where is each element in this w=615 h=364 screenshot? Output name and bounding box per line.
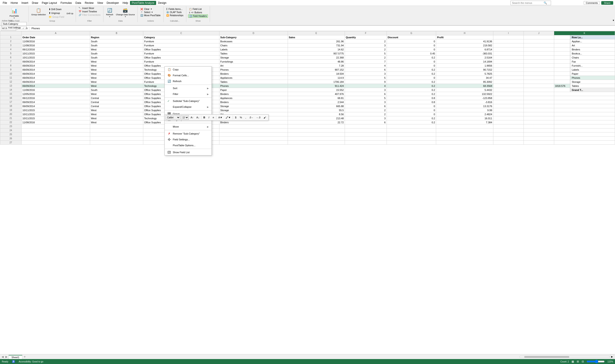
cell[interactable]: 2 bbox=[345, 112, 387, 116]
cell[interactable]: 0.2 bbox=[387, 116, 436, 120]
increase-decimal-button[interactable]: .0→ bbox=[248, 116, 254, 119]
cell[interactable]: 06/09/2014 bbox=[21, 72, 90, 76]
cell[interactable]: 68.81 bbox=[288, 96, 345, 100]
cell[interactable]: 10/11/2015 bbox=[21, 112, 90, 116]
col-header-D[interactable]: D bbox=[219, 31, 288, 35]
cell[interactable]: West bbox=[90, 68, 143, 72]
menu-item-data[interactable]: Data bbox=[74, 1, 83, 5]
cell[interactable]: 114.9 bbox=[288, 76, 345, 80]
font-size-select[interactable]: 11 bbox=[181, 115, 189, 120]
cell[interactable]: 5.4432 bbox=[436, 88, 493, 92]
ctx-move[interactable]: Move ▶ bbox=[165, 124, 211, 130]
cell[interactable]: South bbox=[90, 56, 143, 60]
cell[interactable]: Storage bbox=[219, 108, 288, 112]
cell[interactable]: 7 bbox=[345, 60, 387, 64]
cell[interactable]: 11/08/2016 bbox=[21, 43, 90, 48]
ctx-remove[interactable]: ✗ Remove "Sub-Category" bbox=[165, 131, 211, 137]
cell[interactable]: West bbox=[90, 76, 143, 80]
cell[interactable]: 0 bbox=[387, 39, 436, 43]
bold-format-button[interactable]: B bbox=[202, 116, 207, 119]
field-list-button[interactable]: 📋Field List bbox=[188, 8, 208, 11]
cell[interactable]: West bbox=[90, 92, 143, 96]
increase-font-button[interactable]: A↑ bbox=[189, 116, 195, 119]
cell[interactable]: Storage bbox=[219, 56, 288, 60]
cell[interactable]: 06/12/2016 bbox=[21, 48, 90, 52]
cell[interactable]: 6 bbox=[345, 92, 387, 96]
group-field-button[interactable]: 📁 Group Field bbox=[48, 15, 65, 19]
menu-item-review[interactable]: Review bbox=[83, 1, 95, 5]
cell[interactable]: Binders bbox=[219, 100, 288, 104]
cell[interactable]: 06/09/2014 bbox=[21, 84, 90, 88]
move-pivottable-button[interactable]: ➡️Move PivotTable bbox=[140, 14, 161, 17]
cell[interactable]: 5 bbox=[345, 96, 387, 100]
ctx-pivottable-options[interactable]: PivotTable Options... bbox=[165, 143, 211, 148]
cell[interactable]: 06/09/2014 bbox=[21, 104, 90, 108]
cell[interactable]: 12/05/2016 bbox=[21, 92, 90, 96]
menu-item-draw[interactable]: Draw bbox=[30, 1, 40, 5]
menu-item-insert[interactable]: Insert bbox=[20, 1, 30, 5]
ribbon-group-selection-button[interactable]: 📋 Group Selection bbox=[30, 7, 47, 16]
menu-item-home[interactable]: Home bbox=[9, 1, 20, 5]
cell[interactable]: 2 bbox=[345, 39, 387, 43]
cell[interactable]: Central bbox=[90, 104, 143, 108]
cell[interactable]: 2.4824 bbox=[436, 112, 493, 116]
view-layout-icon[interactable]: ⊞ bbox=[577, 360, 579, 363]
cell[interactable]: Storage bbox=[219, 104, 288, 108]
drill-down-button[interactable]: ⬇ Drill Down bbox=[48, 8, 65, 11]
cell[interactable]: 2 bbox=[345, 56, 387, 60]
cell[interactable]: 6 bbox=[345, 104, 387, 108]
cell[interactable]: Binders bbox=[219, 72, 288, 76]
cell[interactable]: 4 bbox=[345, 64, 387, 68]
col-header-G[interactable]: G bbox=[387, 31, 436, 35]
cell[interactable]: West bbox=[90, 112, 143, 116]
decrease-decimal-button[interactable]: ←.0 bbox=[255, 116, 262, 119]
cell[interactable]: Central bbox=[90, 100, 143, 104]
insert-slicer-button[interactable]: 🔪Insert Slicer bbox=[78, 7, 101, 10]
field-settings-button[interactable]: Field Settings bbox=[2, 26, 27, 29]
percent-button[interactable]: % bbox=[238, 116, 243, 119]
cell[interactable]: Binders bbox=[219, 92, 288, 96]
cell[interactable]: 7.28 bbox=[288, 64, 345, 68]
cell[interactable]: -3.816 bbox=[436, 100, 493, 104]
ctx-subtotal[interactable]: ✓ Subtotal "Sub-Category" bbox=[165, 98, 211, 104]
col-header-I[interactable]: I bbox=[493, 31, 524, 35]
cell[interactable]: 0 bbox=[387, 112, 436, 116]
cell[interactable]: Central bbox=[90, 96, 143, 100]
fields-items-button[interactable]: ΣFields Items... bbox=[165, 8, 184, 11]
sheet-tab-sheet1[interactable]: Sheet1 bbox=[9, 355, 22, 359]
cell[interactable]: 957.5775 bbox=[288, 52, 345, 56]
cell[interactable]: Binders bbox=[219, 120, 288, 124]
cell[interactable]: 0 bbox=[387, 48, 436, 52]
cell[interactable]: West bbox=[90, 84, 143, 88]
cell[interactable]: 407.976 bbox=[288, 92, 345, 96]
cell[interactable]: 22.368 bbox=[288, 56, 345, 60]
col-header-J[interactable]: J bbox=[524, 31, 554, 35]
menu-item-formulas[interactable]: Formulas bbox=[59, 1, 74, 5]
cell[interactable]: West bbox=[90, 120, 143, 124]
cell[interactable]: 0.2 bbox=[387, 80, 436, 84]
cell[interactable]: 0.2 bbox=[387, 68, 436, 72]
cell[interactable]: Phones bbox=[219, 84, 288, 88]
cell[interactable]: 85.3092 bbox=[436, 80, 493, 84]
cell[interactable]: 911.424 bbox=[288, 84, 345, 88]
menu-item-help[interactable]: Help bbox=[121, 1, 130, 5]
cell[interactable]: Furniture bbox=[143, 52, 219, 56]
plusminus-buttons-button[interactable]: ±+/- Buttons bbox=[188, 11, 208, 14]
cell[interactable]: 13.3176 bbox=[436, 104, 493, 108]
cell[interactable]: 10/11/2015 bbox=[21, 108, 90, 112]
cell[interactable]: 11/08/2016 bbox=[21, 88, 90, 92]
cell[interactable]: 132.5922 bbox=[436, 92, 493, 96]
cell[interactable]: 0.2 bbox=[387, 84, 436, 88]
cell[interactable]: Tables bbox=[219, 80, 288, 84]
zoom-slider[interactable] bbox=[587, 360, 605, 363]
add-sheet-button[interactable]: + bbox=[23, 355, 27, 359]
clear-button[interactable]: ❌Clear▼ bbox=[140, 8, 161, 11]
cell[interactable]: 219.582 bbox=[436, 43, 493, 48]
cell[interactable]: 907.152 bbox=[288, 68, 345, 72]
insert-timeline-button[interactable]: 📅Insert Timeline bbox=[78, 10, 101, 13]
cell[interactable]: 0.2 bbox=[387, 120, 436, 124]
cell[interactable]: Appliances bbox=[219, 96, 288, 100]
ctx-sort[interactable]: Sort ▶ bbox=[165, 85, 211, 91]
cell[interactable]: 8.56 bbox=[288, 112, 345, 116]
cell[interactable]: 2 bbox=[345, 48, 387, 52]
